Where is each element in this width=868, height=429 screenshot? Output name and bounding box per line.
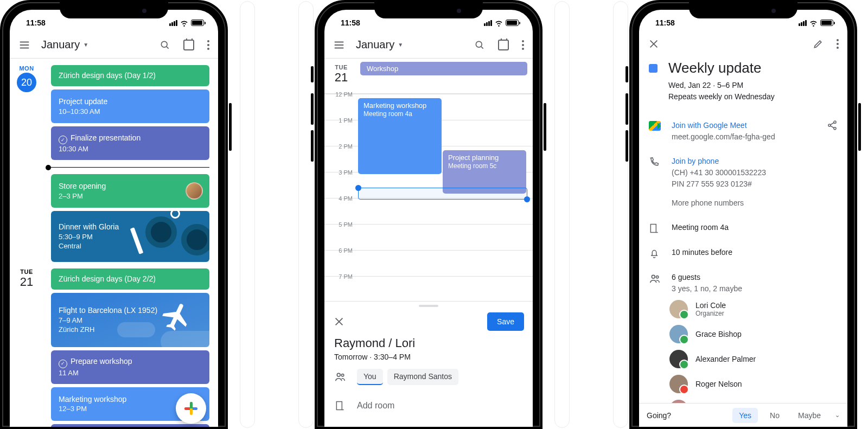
hour-label: 12 PM: [324, 91, 356, 98]
phone-number: (CH) +41 30 300001532223: [672, 167, 838, 178]
guest-row[interactable]: Alexander Palmer: [669, 347, 847, 372]
bell-icon: [649, 248, 661, 259]
decorative-panel: [613, 1, 628, 428]
phone-agenda: 11:58 January ▼: [0, 0, 228, 429]
agenda-event[interactable]: Project update10–10:30 AM: [51, 89, 209, 123]
hour-label: 1 PM: [324, 117, 356, 124]
guest-avatar: [669, 300, 688, 318]
sheet-grabber[interactable]: [419, 305, 438, 307]
attendee-chip[interactable]: You: [357, 369, 383, 385]
chevron-down-icon: ▼: [83, 42, 88, 48]
battery-icon: [191, 20, 204, 26]
guest-name: Lori Cole: [695, 301, 726, 310]
wifi-icon: [809, 19, 818, 27]
more-phone-numbers[interactable]: More phone numbers: [672, 197, 838, 209]
guest-row[interactable]: Grace Bishop: [669, 322, 847, 347]
allday-event[interactable]: Workshop: [360, 62, 527, 75]
agenda-event[interactable]: Flight to Barcelona (LX 1952)7–9 AMZüric…: [51, 293, 209, 347]
guest-name: Alexander Palmer: [695, 355, 756, 363]
guest-count[interactable]: 6 guests: [672, 272, 838, 283]
agenda-event[interactable]: Zürich design days (Day 1/2): [51, 65, 209, 86]
svg-rect-4: [336, 402, 342, 410]
attendee-avatar: [186, 182, 203, 200]
room-name: Meeting room 4a: [672, 222, 838, 233]
search-icon[interactable]: [159, 40, 170, 50]
day-number: 21: [324, 71, 358, 85]
close-icon[interactable]: [333, 316, 345, 328]
battery-icon: [506, 20, 519, 26]
more-icon[interactable]: [837, 39, 839, 49]
month-label: January: [41, 39, 80, 51]
event-when: Wed, Jan 22 · 5–6 PM: [668, 81, 743, 89]
hour-label: 7 PM: [324, 273, 356, 280]
agenda-event[interactable]: Finalize presentation10:30 AM: [51, 126, 209, 160]
edit-icon[interactable]: [813, 39, 824, 49]
svg-point-1: [476, 41, 482, 47]
day-weekday: TUE: [10, 268, 43, 275]
svg-point-2: [337, 373, 340, 376]
guest-summary: 3 yes, 1 no, 2 maybe: [672, 283, 838, 294]
hour-grid[interactable]: 12 PM1 PM2 PM3 PM4 PM5 PM6 PM7 PMMarketi…: [324, 94, 533, 300]
add-room[interactable]: Add room: [357, 401, 394, 411]
agenda-event[interactable]: Store opening2–3 PM: [51, 174, 209, 208]
agenda-event[interactable]: Update slide deck3 PM: [51, 424, 209, 427]
signal-icon: [169, 20, 177, 26]
new-event-slot[interactable]: [358, 188, 527, 200]
today-icon[interactable]: [498, 40, 509, 50]
join-phone-link[interactable]: Join by phone: [672, 156, 838, 167]
reminder-text[interactable]: 10 minutes before: [672, 247, 838, 258]
people-icon: [649, 273, 661, 285]
more-icon[interactable]: [522, 40, 524, 50]
decorative-panel: [240, 1, 255, 428]
day-weekday: MON: [10, 65, 43, 72]
join-meet-link[interactable]: Join with Google Meet: [672, 120, 816, 131]
search-icon[interactable]: [474, 40, 485, 50]
guest-avatar: [669, 325, 688, 343]
signal-icon: [799, 20, 807, 26]
today-icon[interactable]: [183, 40, 194, 50]
month-picker[interactable]: January ▼: [41, 39, 149, 51]
rsvp-option[interactable]: No: [763, 408, 786, 423]
rsvp-option[interactable]: Yes: [732, 408, 758, 423]
battery-icon: [820, 20, 833, 26]
more-icon[interactable]: [207, 40, 209, 50]
status-time: 11:58: [655, 18, 675, 27]
new-event-title[interactable]: Raymond / Lori: [334, 336, 523, 350]
resize-handle[interactable]: [355, 185, 361, 191]
grid-event[interactable]: Marketing workshopMeeting room 4a: [358, 98, 442, 174]
guest-avatar: [669, 375, 688, 393]
month-picker[interactable]: January ▼: [356, 39, 463, 51]
hour-label: 5 PM: [324, 221, 356, 228]
menu-icon[interactable]: [333, 39, 345, 51]
resize-handle[interactable]: [524, 196, 530, 202]
share-icon[interactable]: [827, 120, 838, 131]
menu-icon[interactable]: [18, 39, 30, 51]
event-color-swatch: [649, 64, 658, 73]
rsvp-option[interactable]: Maybe: [792, 408, 827, 423]
chevron-down-icon[interactable]: ⌄: [835, 412, 840, 419]
hour-label: 3 PM: [324, 169, 356, 176]
guest-row[interactable]: Lori ColeOrganizer: [669, 297, 847, 322]
attendee-chip[interactable]: Raymond Santos: [387, 369, 458, 385]
google-meet-icon: [649, 121, 661, 131]
guest-name: Grace Bishop: [695, 330, 742, 338]
agenda-event[interactable]: Zürich design days (Day 2/2): [51, 268, 209, 290]
agenda-event[interactable]: Prepare workshop11 AM: [51, 350, 209, 384]
create-fab[interactable]: [176, 393, 206, 424]
svg-point-3: [341, 374, 343, 376]
agenda-event[interactable]: Dinner with Gloria5:30–9 PMCentral: [51, 211, 209, 262]
status-time: 11:58: [26, 18, 46, 27]
guest-row[interactable]: Roger Nelson: [669, 372, 847, 396]
decorative-panel: [554, 1, 570, 428]
hour-label: 2 PM: [324, 143, 356, 150]
guest-name: Roger Nelson: [695, 380, 742, 388]
wifi-icon: [495, 19, 503, 27]
save-button[interactable]: Save: [487, 312, 524, 331]
guest-role: Organizer: [695, 310, 726, 317]
people-icon: [334, 371, 346, 383]
close-icon[interactable]: [648, 38, 660, 50]
new-event-when[interactable]: Tomorrow · 3:30–4 PM: [334, 353, 523, 361]
day-number: 20: [17, 73, 36, 92]
phone-pin: PIN 277 555 923 0123#: [672, 178, 838, 190]
grid-event[interactable]: Project planningMeeting room 5c: [443, 150, 526, 194]
